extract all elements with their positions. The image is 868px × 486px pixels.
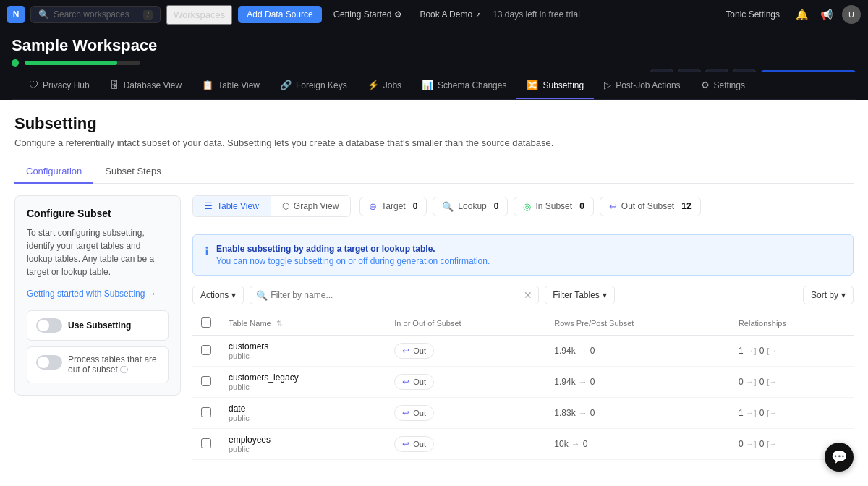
tab-post-job-actions[interactable]: ▷ Post-Job Actions bbox=[594, 72, 690, 99]
sub-tab-subset-steps[interactable]: Subset Steps bbox=[93, 160, 172, 184]
app-logo[interactable]: N bbox=[7, 6, 25, 23]
rows-post-date: 0 bbox=[590, 408, 595, 418]
rel-in-employees: 0 bbox=[739, 439, 744, 449]
sub-tab-subset-steps-label: Subset Steps bbox=[105, 166, 161, 176]
book-demo-nav[interactable]: Book A Demo ↗ bbox=[414, 7, 487, 22]
workspace-header: Sample Workspace ↺ ↻ ⬇ ••• Generate Data… bbox=[0, 29, 868, 100]
tab-schema-changes-label: Schema Changes bbox=[438, 80, 506, 90]
privacy-hub-icon: 🛡 bbox=[29, 80, 38, 90]
actions-chevron-icon: ▾ bbox=[231, 290, 236, 300]
progress-bar bbox=[25, 61, 140, 65]
getting-started-subsetting-text: Getting started with Subsetting bbox=[27, 289, 145, 299]
in-subset-stat: ◎ In Subset 0 bbox=[514, 197, 593, 216]
target-icon: ⊕ bbox=[369, 201, 377, 212]
add-data-source-button[interactable]: Add Data Source bbox=[238, 6, 321, 23]
info-banner-title: Enable subsetting by adding a target or … bbox=[216, 244, 490, 254]
table-name-cell-employees: employees public bbox=[220, 429, 386, 460]
search-bar[interactable]: 🔍 Search workspaces / bbox=[30, 6, 161, 23]
info-banner-text: Enable subsetting by adding a target or … bbox=[216, 244, 490, 266]
progress-bar-fill bbox=[25, 61, 117, 65]
tab-database-view[interactable]: 🗄 Database View bbox=[100, 72, 192, 99]
configure-subset-title: Configure Subset bbox=[27, 208, 169, 219]
actions-button[interactable]: Actions ▾ bbox=[192, 286, 244, 304]
in-subset-value: 0 bbox=[579, 201, 584, 211]
sort-label: Sort by bbox=[811, 290, 838, 300]
row-checkbox-customers[interactable] bbox=[201, 345, 211, 355]
sort-button[interactable]: Sort by ▾ bbox=[803, 286, 854, 304]
table-schema-customers-legacy: public bbox=[229, 383, 377, 391]
chat-icon: 💬 bbox=[831, 449, 847, 460]
row-checkbox-employees[interactable] bbox=[201, 438, 211, 448]
view-toggle: ☰ Table View ⬡ Graph View bbox=[192, 195, 351, 217]
tab-post-job-actions-label: Post-Job Actions bbox=[616, 80, 680, 90]
progress-dot bbox=[12, 59, 19, 67]
filter-tables-chevron-icon: ▾ bbox=[603, 290, 607, 300]
tab-privacy-hub-label: Privacy Hub bbox=[43, 80, 90, 90]
table-header-row: Table Name ⇅ In or Out of Subset Rows Pr… bbox=[192, 312, 854, 336]
rows-post-customers: 0 bbox=[590, 346, 595, 356]
row-checkbox-date[interactable] bbox=[201, 407, 211, 417]
sub-tabs: Configuration Subset Steps bbox=[14, 160, 854, 184]
filter-tables-button[interactable]: Filter Tables ▾ bbox=[545, 286, 614, 304]
table-view-button[interactable]: ☰ Table View bbox=[193, 196, 271, 216]
filter-clear-icon[interactable]: ✕ bbox=[524, 289, 532, 301]
database-view-icon: 🗄 bbox=[110, 80, 119, 90]
rows-arrow-employees: → bbox=[571, 439, 580, 449]
out-badge-icon-customers-legacy: ↩ bbox=[402, 377, 409, 387]
sort-table-name-icon[interactable]: ⇅ bbox=[276, 319, 283, 328]
tab-foreign-keys-label: Foreign Keys bbox=[296, 80, 347, 90]
rel-in-date: 1 bbox=[739, 408, 744, 418]
info-banner-subtitle[interactable]: You can now toggle subsetting on or off … bbox=[216, 256, 490, 266]
in-subset-icon: ◎ bbox=[523, 201, 531, 212]
table-schema-customers: public bbox=[229, 351, 377, 360]
filter-input[interactable] bbox=[271, 290, 524, 300]
out-badge-text-date: Out bbox=[413, 409, 426, 417]
out-badge-icon-employees: ↩ bbox=[402, 439, 409, 449]
tab-foreign-keys[interactable]: 🔗 Foreign Keys bbox=[270, 72, 357, 99]
table-view-icon: ☰ bbox=[205, 201, 213, 211]
rel-cell-customers-legacy: 0 →] 0 [→ bbox=[730, 367, 854, 398]
rows-cell-employees: 10k → 0 bbox=[545, 429, 730, 460]
tab-settings[interactable]: ⚙ Settings bbox=[691, 72, 755, 99]
rows-post-customers-legacy: 0 bbox=[590, 377, 595, 387]
tab-table-view[interactable]: 📋 Table View bbox=[192, 72, 270, 99]
rows-pre-customers: 1.94k bbox=[554, 346, 575, 356]
out-badge-text-customers: Out bbox=[413, 346, 426, 355]
sub-tab-configuration[interactable]: Configuration bbox=[14, 160, 93, 184]
rows-pre-employees: 10k bbox=[554, 439, 568, 449]
filter-tables-label: Filter Tables bbox=[553, 290, 599, 300]
out-of-subset-icon: ↩ bbox=[609, 201, 617, 212]
table-schema-date: public bbox=[229, 414, 377, 422]
announcements-icon[interactable]: 📢 bbox=[817, 6, 835, 23]
col-header-table-name: Table Name ⇅ bbox=[220, 312, 386, 336]
user-avatar[interactable]: U bbox=[842, 5, 861, 24]
graph-view-icon: ⬡ bbox=[282, 201, 289, 211]
getting-started-nav[interactable]: Getting Started ⚙ bbox=[328, 7, 409, 22]
rel-in-arrow-icon-customers-legacy: →] bbox=[746, 378, 757, 386]
main-layout: Configure Subset To start configuring su… bbox=[14, 195, 854, 460]
tab-subsetting[interactable]: 🔀 Subsetting bbox=[516, 72, 594, 99]
tonic-settings-nav[interactable]: Tonic Settings bbox=[720, 7, 786, 22]
rel-out-customers-legacy: 0 bbox=[760, 377, 765, 387]
notifications-bell-icon[interactable]: 🔔 bbox=[793, 6, 810, 23]
target-stat: ⊕ Target 0 bbox=[359, 197, 427, 216]
rel-in-customers: 1 bbox=[739, 346, 744, 356]
rows-cell-customers: 1.94k → 0 bbox=[545, 336, 730, 367]
process-tables-toggle[interactable] bbox=[36, 355, 62, 370]
out-badge-icon-date: ↩ bbox=[402, 408, 409, 418]
tab-jobs[interactable]: ⚡ Jobs bbox=[357, 72, 412, 99]
rel-in-arrow-icon-customers: →] bbox=[746, 346, 757, 355]
workspaces-button[interactable]: Workspaces bbox=[166, 5, 232, 25]
tab-privacy-hub[interactable]: 🛡 Privacy Hub bbox=[19, 72, 100, 99]
process-tables-info-icon[interactable]: ⓘ bbox=[120, 365, 128, 374]
rel-out-arrow-icon-employees: [→ bbox=[767, 440, 777, 448]
use-subsetting-toggle[interactable] bbox=[36, 318, 62, 333]
graph-view-button[interactable]: ⬡ Graph View bbox=[271, 196, 350, 216]
row-checkbox-customers-legacy[interactable] bbox=[201, 376, 211, 386]
table-row: employees public ↩ Out 10k bbox=[192, 429, 854, 460]
rel-out-arrow-icon-customers-legacy: [→ bbox=[767, 378, 777, 386]
col-header-rows: Rows Pre/Post Subset bbox=[545, 312, 730, 336]
select-all-checkbox[interactable] bbox=[201, 317, 211, 328]
getting-started-subsetting-link[interactable]: Getting started with Subsetting → bbox=[27, 289, 169, 299]
tab-schema-changes[interactable]: 📊 Schema Changes bbox=[412, 72, 516, 99]
